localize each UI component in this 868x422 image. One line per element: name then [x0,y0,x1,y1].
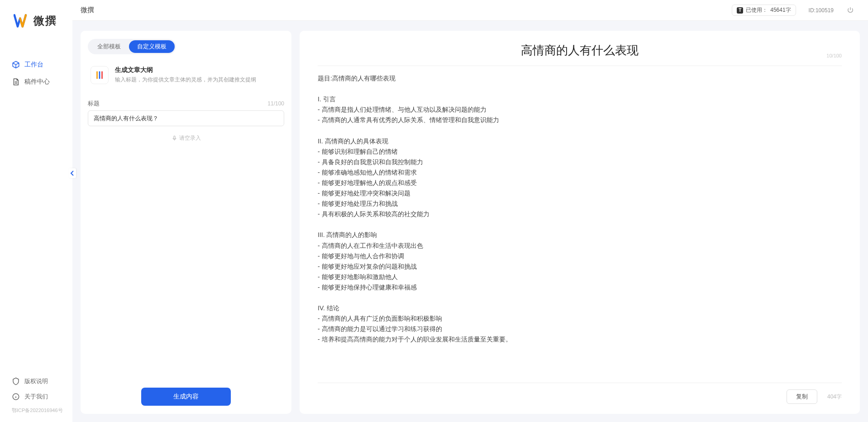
sidebar: 微撰 工作台 稿件中心 版权说明 关于我们 鄂ICP备2022016946号 [0,0,72,422]
voice-label: 请空录入 [179,134,201,142]
nav-copyright[interactable]: 版权说明 [0,374,72,389]
nav-label: 工作台 [24,61,43,69]
user-id: ID:100519 [809,7,834,14]
voice-input-button[interactable]: 请空录入 [88,134,284,142]
result-title: 高情商的人有什么表现 [521,43,639,58]
logo-icon [14,13,30,29]
title-label: 标题 [88,100,100,108]
info-icon [12,393,20,401]
copy-button[interactable]: 复制 [787,389,817,404]
nav-label: 版权说明 [24,377,48,385]
template-info: 生成文章大纲 输入标题，为你提供文章主体的灵感，并为其创建推文提纲 [115,66,256,84]
nav-drafts[interactable]: 稿件中心 [0,73,72,90]
mic-icon [172,135,177,141]
nav-label: 稿件中心 [24,78,50,86]
topbar-right: T 已使用： 45641字 ID:100519 [732,5,854,16]
icp-text: 鄂ICP备2022016946号 [0,404,72,417]
template-title: 生成文章大纲 [115,66,256,74]
usage-value: 45641字 [770,6,791,14]
nav-label: 关于我们 [24,393,48,401]
result-body[interactable]: 题目:高情商的人有哪些表现 I. 引言 - 高情商是指人们处理情绪、与他人互动以… [318,73,842,383]
nav-about[interactable]: 关于我们 [0,389,72,404]
sidebar-bottom: 版权说明 关于我们 鄂ICP备2022016946号 [0,374,72,422]
text-badge-icon: T [737,7,743,14]
template-desc: 输入标题，为你提供文章主体的灵感，并为其创建推文提纲 [115,76,256,84]
result-footer: 复制 404字 [318,383,842,404]
tab-all-templates[interactable]: 全部模板 [89,40,129,53]
template-card: 生成文章大纲 输入标题，为你提供文章主体的灵感，并为其创建推文提纲 [88,62,284,90]
generate-button[interactable]: 生成内容 [141,388,231,406]
svg-rect-1 [173,136,175,139]
power-icon[interactable] [846,6,854,14]
chevron-left-icon [70,171,75,176]
title-input[interactable] [88,110,284,126]
title-char-count: 11/100 [267,100,284,107]
nav-workspace[interactable]: 工作台 [0,56,72,73]
template-tabs: 全部模板 自定义模板 [88,39,176,54]
form-area: 标题 11/100 请空录入 [88,100,284,388]
content: 全部模板 自定义模板 生成文章大纲 输入标题，为你提供文章主体的灵感，并为其创建… [72,21,868,422]
brand-logo: 微撰 [0,0,72,38]
title-field-row: 标题 11/100 [88,100,284,108]
result-title-count: 10/100 [826,53,842,58]
page-title: 微撰 [81,6,94,14]
result-header: 高情商的人有什么表现 10/100 [318,43,842,58]
divider [318,66,842,66]
shield-icon [12,377,20,385]
brand-name: 微撰 [33,14,57,28]
usage-prefix: 已使用： [746,6,768,14]
document-icon [12,78,20,86]
template-icon [91,66,109,84]
cube-icon [12,61,20,69]
main: 微撰 T 已使用： 45641字 ID:100519 全部模板 自定义模板 生成 [72,0,868,422]
tab-custom-templates[interactable]: 自定义模板 [129,40,175,53]
nav: 工作台 稿件中心 [0,38,72,374]
result-panel: 高情商的人有什么表现 10/100 题目:高情商的人有哪些表现 I. 引言 - … [300,31,860,414]
collapse-sidebar-button[interactable] [69,168,76,178]
config-panel: 全部模板 自定义模板 生成文章大纲 输入标题，为你提供文章主体的灵感，并为其创建… [81,31,291,414]
word-count: 404字 [827,393,842,401]
usage-pill[interactable]: T 已使用： 45641字 [732,5,796,16]
topbar: 微撰 T 已使用： 45641字 ID:100519 [72,0,868,21]
